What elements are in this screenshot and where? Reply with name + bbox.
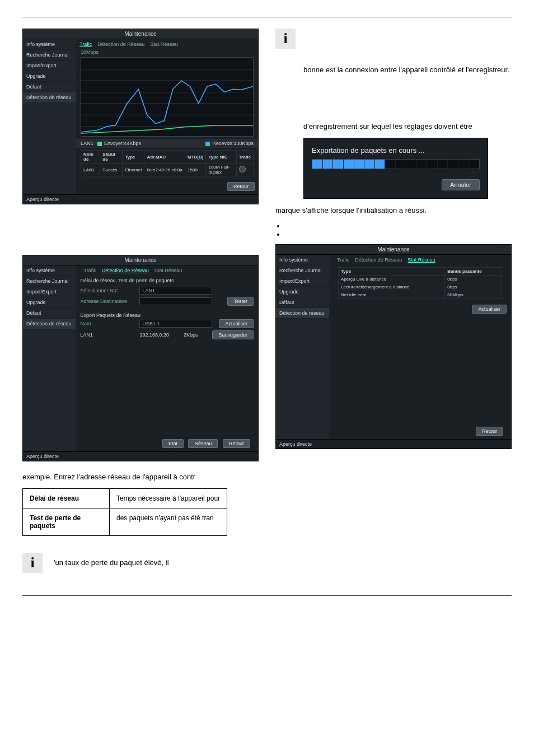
- field-label: LAN1: [80, 332, 136, 338]
- dest-input[interactable]: [139, 297, 212, 305]
- tab-stat[interactable]: Stat.Réseau: [407, 257, 435, 263]
- screenshot-traffic: Maintenance Info système Recherche Journ…: [22, 29, 259, 204]
- footer-label: Aperçu directe: [23, 451, 258, 461]
- progress-bar: [312, 159, 480, 169]
- tab-stat[interactable]: Stat.Réseau: [154, 268, 182, 273]
- info-icon: i: [22, 553, 43, 573]
- tabs: Trafic Détection de Réseau Stat.Réseau: [334, 255, 507, 265]
- list-item: [285, 222, 512, 230]
- sidebar: Info système Recherche Journal Import/Ex…: [23, 265, 76, 451]
- sidebar-item[interactable]: Info système: [23, 265, 76, 276]
- info-icon: i: [275, 29, 296, 49]
- sidebar-item[interactable]: Import/Export: [276, 276, 329, 287]
- screenshot-stat: Maintenance Info système Recherche Journ…: [275, 244, 512, 449]
- ip-value: 192.168.0.20: [139, 332, 169, 338]
- etat-button[interactable]: État: [162, 439, 184, 448]
- sidebar-item-selected[interactable]: Détection de réseau: [276, 308, 329, 319]
- sidebar-item[interactable]: Import/Export: [23, 60, 76, 71]
- param-key: Test de perte de paquets: [23, 508, 110, 536]
- chart-legend: LAN1 Envoyer:44Kbps Recevoir:130Kbps: [76, 139, 258, 148]
- tab-stat[interactable]: Stat.Réseau: [150, 41, 178, 47]
- footer-label: Aperçu directe: [23, 194, 258, 204]
- sidebar-item[interactable]: Upgrade: [276, 287, 329, 297]
- sidebar-item[interactable]: Info système: [23, 39, 76, 50]
- window-title: Maintenance: [276, 245, 511, 255]
- back-button[interactable]: Retour: [223, 439, 250, 448]
- reseau-button[interactable]: Réseau: [188, 439, 218, 448]
- device-select[interactable]: USB1-1: [139, 320, 212, 328]
- test-button[interactable]: Tester: [227, 297, 254, 306]
- sidebar-item-selected[interactable]: Détection de réseau: [23, 319, 76, 329]
- nic-select[interactable]: LAN1: [139, 287, 212, 295]
- section-heading: Export Paquets de Réseau: [80, 312, 254, 318]
- save-button[interactable]: Sauvegarder: [212, 330, 254, 339]
- sidebar-item[interactable]: Import/Export: [23, 287, 76, 297]
- refresh-button[interactable]: Actualiser: [472, 305, 507, 314]
- sidebar: Info système Recherche Journal Import/Ex…: [23, 39, 76, 194]
- cancel-button[interactable]: Annuler: [442, 179, 480, 190]
- footer-label: Aperçu directe: [276, 439, 511, 449]
- body-text: marque s'affiche lorsque l'initialisatio…: [275, 206, 512, 214]
- window-title: Maintenance: [23, 29, 258, 39]
- sidebar-item[interactable]: Recherche Journal: [23, 276, 76, 287]
- nic-table: Nom deStatut de TypeAdr.MAC MTU(B)Type N…: [81, 150, 254, 176]
- sidebar-item[interactable]: Défaut: [23, 308, 76, 319]
- tab-trafic[interactable]: Trafic: [83, 268, 96, 273]
- field-label: Nom: [80, 321, 136, 326]
- tabs: Trafic Détection de Réseau Stat.Réseau: [80, 265, 254, 276]
- section-heading: Délai de réseau, Test de perte de paquet…: [80, 278, 254, 283]
- tabs: Trafic Détection de Réseau Stat.Réseau: [76, 39, 258, 49]
- sidebar: Info système Recherche Journal Import/Ex…: [276, 255, 329, 439]
- sidebar-item[interactable]: Upgrade: [23, 297, 76, 308]
- body-text: d'enregistrement sur lequel les réglages…: [303, 122, 512, 130]
- sidebar-item[interactable]: Recherche Journal: [23, 50, 76, 60]
- tab-detect[interactable]: Détection de Réseau: [97, 41, 144, 47]
- param-value: des paquets n'ayant pas été tran: [110, 508, 227, 536]
- field-label: Adresse Destinataire: [80, 298, 136, 304]
- sidebar-item[interactable]: Défaut: [23, 82, 76, 92]
- y-axis-label: 10Mbps: [76, 49, 258, 55]
- rate-value: 2Kbps: [172, 332, 209, 338]
- body-text: exemple. Entrez l'adresse réseau de l'ap…: [22, 473, 259, 481]
- sidebar-item[interactable]: Défaut: [276, 297, 329, 308]
- bullet-list: [275, 222, 512, 239]
- params-table: Délai de réseau Temps nécessaire à l'app…: [22, 488, 227, 536]
- tab-trafic[interactable]: Trafic: [79, 41, 92, 47]
- param-value: Temps nécessaire à l'appareil pour: [110, 489, 227, 508]
- refresh-button[interactable]: Actualiser: [219, 319, 254, 328]
- traffic-radio[interactable]: [239, 166, 246, 172]
- tab-trafic[interactable]: Trafic: [337, 257, 349, 263]
- back-button[interactable]: Retour: [476, 427, 503, 436]
- screenshot-detect: Maintenance Info système Recherche Journ…: [22, 255, 259, 461]
- body-text: bonne est la connexion entre l'appareil …: [303, 66, 512, 74]
- tab-detect[interactable]: Détection de Réseau: [355, 257, 402, 263]
- field-label: Sélectionner NIC: [80, 288, 136, 293]
- tab-detect[interactable]: Détection de Réseau: [102, 268, 149, 273]
- sidebar-item-selected[interactable]: Détection de réseau: [23, 92, 76, 103]
- traffic-chart: [81, 57, 254, 137]
- back-button[interactable]: Retour: [227, 182, 255, 191]
- sidebar-item[interactable]: Info système: [276, 255, 329, 265]
- list-item: [285, 230, 512, 239]
- sidebar-item[interactable]: Recherche Journal: [276, 265, 329, 276]
- dialog-title: Exportation de paquets en cours ...: [312, 146, 480, 155]
- sidebar-item[interactable]: Upgrade: [23, 71, 76, 82]
- stat-table: TypeBande passante Aperçu Live à distanc…: [338, 267, 502, 299]
- export-dialog: Exportation de paquets en cours ... Annu…: [303, 138, 488, 199]
- body-text: 'un taux de perte du paquet élevé, il: [54, 558, 169, 567]
- param-key: Délai de réseau: [23, 489, 110, 508]
- window-title: Maintenance: [23, 255, 258, 265]
